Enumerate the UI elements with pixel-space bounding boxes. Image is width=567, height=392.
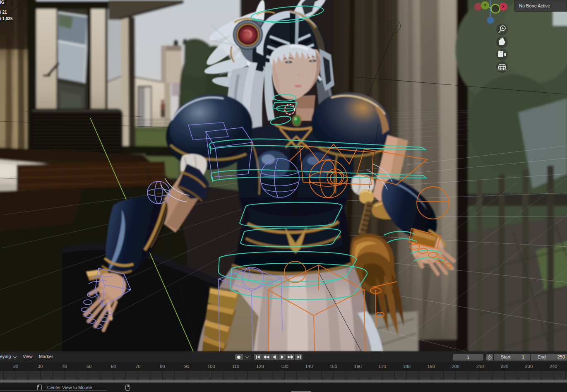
svg-text:Y: Y bbox=[484, 3, 487, 8]
svg-text:X: X bbox=[502, 5, 505, 9]
